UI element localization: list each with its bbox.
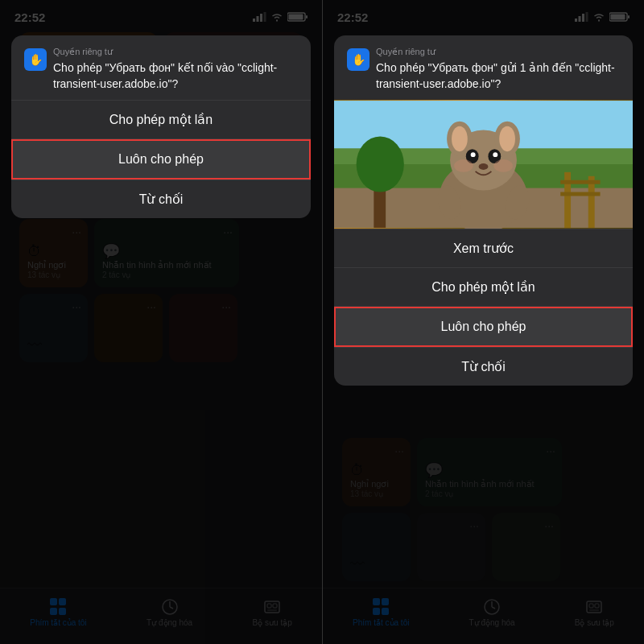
left-phone: 22:52 [0, 0, 322, 644]
left-refuse-button[interactable]: Từ chối [11, 180, 311, 218]
right-modal-overlay: ✋ Quyền riêng tư Cho phép "Убрать фон" g… [323, 0, 644, 644]
right-privacy-icon: ✋ [347, 48, 369, 71]
right-modal-photo [334, 100, 633, 229]
left-modal-title: Cho phép "Убрать фон" kết nối vào "cclig… [53, 60, 298, 92]
svg-point-37 [493, 159, 513, 172]
right-preview-button[interactable]: Xem trước [334, 229, 633, 267]
left-modal-overlay: ✋ Quyền riêng tư Cho phép "Убрать фон" k… [0, 0, 322, 644]
svg-point-30 [499, 126, 515, 152]
svg-rect-43 [560, 192, 600, 196]
svg-point-33 [471, 152, 476, 157]
right-modal-title-area: Quyền riêng tư Cho phép "Убрать фон" gửi… [376, 47, 620, 92]
right-always-allow-button[interactable]: Luôn cho phép [334, 307, 633, 347]
right-modal-category: Quyền riêng tư [376, 47, 620, 57]
left-modal-title-area: Quyền riêng tư Cho phép "Убрать фон" kết… [53, 47, 298, 92]
right-phone: 22:52 [322, 0, 644, 644]
right-modal-title: Cho phép "Убрать фон" gửi 1 ảnh đến "ccl… [376, 60, 620, 92]
right-modal: ✋ Quyền riêng tư Cho phép "Убрать фон" g… [334, 35, 633, 386]
left-modal-category: Quyền riêng tư [53, 47, 298, 57]
right-allow-once-button[interactable]: Cho phép một lần [334, 268, 633, 306]
right-modal-header: ✋ Quyền riêng tư Cho phép "Убрать фон" g… [334, 35, 633, 100]
left-always-allow-button[interactable]: Luôn cho phép [11, 139, 311, 180]
svg-point-34 [493, 152, 497, 157]
svg-point-45 [357, 137, 404, 192]
right-refuse-button[interactable]: Từ chối [334, 348, 633, 386]
quokka-image [334, 100, 633, 229]
svg-point-35 [479, 163, 489, 170]
svg-point-29 [452, 126, 468, 152]
svg-rect-42 [560, 180, 600, 184]
left-modal-header: ✋ Quyền riêng tư Cho phép "Убрать фон" k… [11, 35, 311, 100]
left-allow-once-button[interactable]: Cho phép một lần [11, 101, 311, 138]
svg-point-36 [454, 159, 473, 172]
privacy-icon: ✋ [24, 48, 47, 71]
left-modal: ✋ Quyền riêng tư Cho phép "Убрать фон" k… [11, 35, 311, 218]
